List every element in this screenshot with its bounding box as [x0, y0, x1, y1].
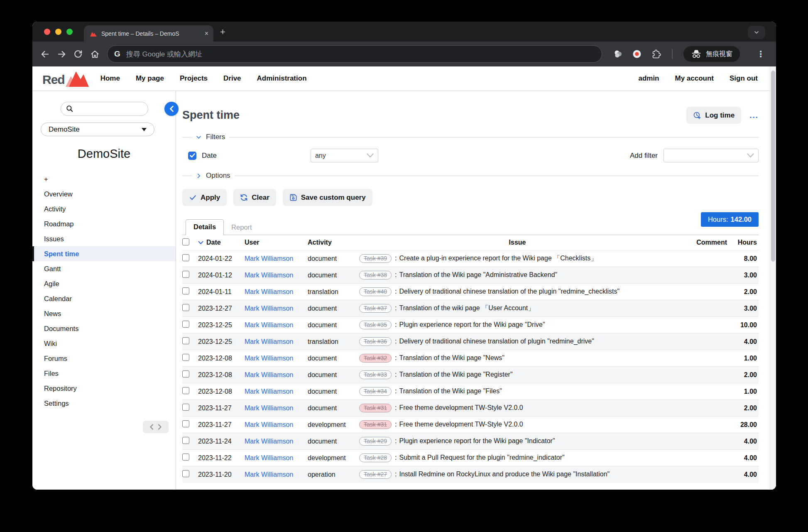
row-checkbox[interactable]: [182, 321, 189, 328]
sort-desc-icon[interactable]: [198, 241, 203, 245]
sidebar-item-settings[interactable]: Settings: [32, 396, 176, 411]
col-issue[interactable]: Issue: [359, 235, 676, 250]
col-comment[interactable]: Comment: [676, 235, 730, 250]
clear-button[interactable]: Clear: [233, 189, 276, 206]
extension-venn-icon[interactable]: [613, 49, 623, 59]
sidebar-item-spent-time[interactable]: Spent time: [32, 246, 176, 261]
task-badge[interactable]: Task #32: [359, 354, 392, 363]
browser-tab[interactable]: Spent time – Details – DemoS ×: [84, 25, 213, 42]
save-custom-query-button[interactable]: Save custom query: [283, 189, 372, 206]
chevron-right-icon[interactable]: [158, 424, 162, 430]
sidebar-item-files[interactable]: Files: [32, 366, 176, 381]
row-checkbox[interactable]: [182, 470, 189, 477]
user-link[interactable]: Mark Williamson: [245, 321, 293, 329]
chevron-right-icon[interactable]: [196, 173, 202, 179]
row-checkbox[interactable]: [182, 254, 189, 261]
close-window-button[interactable]: [44, 29, 50, 35]
row-checkbox[interactable]: [182, 454, 189, 461]
extension-record-icon[interactable]: [632, 49, 642, 59]
home-button[interactable]: [86, 46, 103, 62]
task-badge[interactable]: Task #35: [359, 321, 392, 329]
sidebar-item-[interactable]: +: [32, 172, 176, 186]
row-checkbox[interactable]: [182, 387, 189, 394]
date-filter-checkbox[interactable]: [188, 152, 196, 160]
sidebar-item-forums[interactable]: Forums: [32, 351, 176, 366]
user-link[interactable]: Mark Williamson: [245, 421, 293, 428]
tab-report[interactable]: Report: [224, 220, 260, 235]
search-input[interactable]: [61, 102, 148, 116]
page-scrollbar[interactable]: [770, 66, 776, 490]
user-link[interactable]: Mark Williamson: [245, 355, 293, 362]
chevron-left-icon[interactable]: [149, 424, 154, 430]
row-checkbox[interactable]: [182, 304, 189, 311]
row-checkbox[interactable]: [182, 420, 189, 427]
tab-close-icon[interactable]: ×: [205, 30, 208, 37]
nav-sign-out[interactable]: Sign out: [730, 74, 758, 83]
col-hours[interactable]: Hours: [730, 235, 759, 250]
sidebar-item-documents[interactable]: Documents: [32, 321, 176, 336]
nav-projects[interactable]: Projects: [180, 74, 208, 83]
sidebar-item-repository[interactable]: Repository: [32, 381, 176, 396]
filters-label[interactable]: Filters: [205, 133, 226, 141]
forward-button[interactable]: [53, 46, 70, 62]
apply-button[interactable]: Apply: [182, 189, 227, 206]
sidebar-item-activity[interactable]: Activity: [32, 201, 176, 216]
redmine-logo[interactable]: Red: [42, 70, 90, 87]
row-checkbox[interactable]: [182, 287, 189, 294]
options-label[interactable]: Options: [205, 172, 231, 180]
task-badge[interactable]: Task #28: [359, 454, 392, 462]
log-time-button[interactable]: Log time: [686, 107, 741, 124]
tab-search-button[interactable]: [748, 26, 765, 39]
sidebar-item-agile[interactable]: Agile: [32, 276, 176, 291]
nav-home[interactable]: Home: [100, 74, 120, 83]
task-badge[interactable]: Task #31: [359, 404, 392, 412]
sidebar-item-news[interactable]: News: [32, 306, 176, 321]
user-link[interactable]: Mark Williamson: [245, 255, 293, 262]
nav-my-page[interactable]: My page: [136, 74, 164, 83]
scrollbar-thumb[interactable]: [771, 71, 775, 262]
task-badge[interactable]: Task #27: [359, 470, 392, 479]
row-checkbox[interactable]: [182, 337, 189, 344]
browser-menu-button[interactable]: ⋮: [757, 49, 765, 59]
task-badge[interactable]: Task #31: [359, 420, 392, 429]
row-checkbox[interactable]: [182, 370, 189, 378]
sidebar-item-gantt[interactable]: Gantt: [32, 261, 176, 276]
more-actions-button[interactable]: ...: [749, 111, 759, 120]
user-link[interactable]: Mark Williamson: [245, 471, 293, 478]
zoom-window-button[interactable]: [66, 29, 73, 35]
user-link[interactable]: Mark Williamson: [245, 438, 293, 445]
collapse-sidebar-button[interactable]: [164, 102, 179, 116]
reload-button[interactable]: [70, 46, 86, 62]
tab-details[interactable]: Details: [186, 219, 224, 235]
minimize-window-button[interactable]: [55, 29, 61, 35]
nav-drive[interactable]: Drive: [223, 74, 241, 83]
task-badge[interactable]: Task #36: [359, 337, 392, 346]
user-link[interactable]: Mark Williamson: [245, 272, 293, 279]
user-link[interactable]: Mark Williamson: [245, 288, 293, 295]
new-tab-button[interactable]: +: [220, 27, 225, 37]
row-checkbox[interactable]: [182, 404, 189, 411]
sidebar-item-issues[interactable]: Issues: [32, 231, 176, 246]
sidebar-item-roadmap[interactable]: Roadmap: [32, 216, 176, 231]
task-badge[interactable]: Task #29: [359, 437, 392, 446]
user-link[interactable]: Mark Williamson: [245, 454, 293, 461]
address-bar[interactable]: G 搜尋 Google 或輸入網址: [107, 45, 602, 63]
sidebar-item-calendar[interactable]: Calendar: [32, 291, 176, 306]
col-date[interactable]: Date: [206, 239, 221, 246]
nav-my-account[interactable]: My account: [675, 74, 714, 83]
sidebar-item-wiki[interactable]: Wiki: [32, 336, 176, 351]
date-operator-select[interactable]: any: [311, 149, 378, 162]
project-jump-select[interactable]: DemoSite: [41, 123, 154, 136]
nav-admin[interactable]: admin: [638, 74, 659, 83]
sidebar-item-overview[interactable]: Overview: [32, 186, 176, 201]
user-link[interactable]: Mark Williamson: [245, 388, 293, 395]
nav-administration[interactable]: Administration: [257, 74, 307, 83]
col-user[interactable]: User: [245, 235, 308, 250]
user-link[interactable]: Mark Williamson: [245, 405, 293, 412]
user-link[interactable]: Mark Williamson: [245, 338, 293, 345]
user-link[interactable]: Mark Williamson: [245, 371, 293, 378]
user-link[interactable]: Mark Williamson: [245, 305, 293, 312]
add-filter-select[interactable]: [664, 149, 759, 162]
task-badge[interactable]: Task #37: [359, 304, 392, 313]
row-checkbox[interactable]: [182, 271, 189, 278]
